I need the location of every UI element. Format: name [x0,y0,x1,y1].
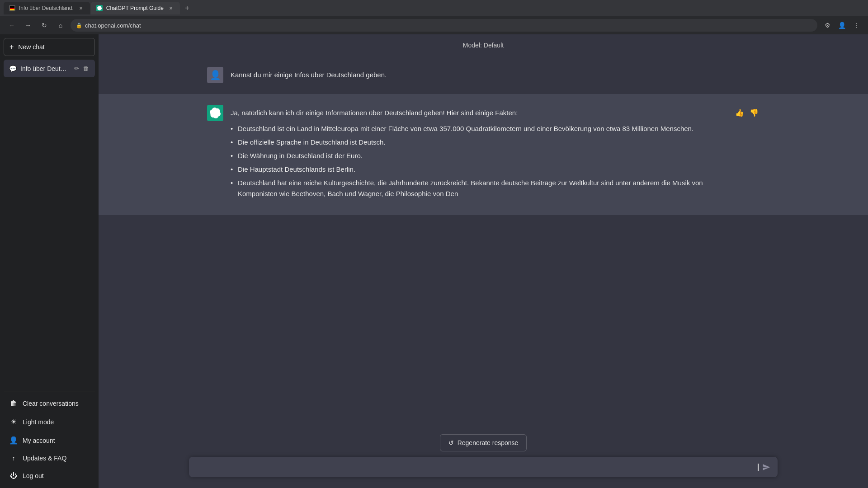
send-button[interactable] [762,463,770,471]
user-avatar: 👤 [207,67,223,83]
tab-chatgpt-guide[interactable]: ChatGPT Prompt Guide ✕ [91,2,180,14]
browser-chrome: Info über Deutschland. ✕ ChatGPT Prompt … [0,0,868,34]
reload-button[interactable]: ↻ [38,19,51,32]
tab-bar: Info über Deutschland. ✕ ChatGPT Prompt … [0,0,868,16]
main-content: Model: Default 👤 Kannst du mir einige In… [99,34,868,488]
tab1-favicon-icon [10,6,14,10]
openai-logo-icon [210,108,221,118]
thumbs-down-button[interactable]: 👎 [749,108,760,118]
address-text: chat.openai.com/chat [85,22,141,29]
sidebar-item-account[interactable]: 👤 My account [4,432,95,449]
user-message-text: Kannst du mir einige Infos über Deutschl… [231,71,387,79]
new-chat-button[interactable]: + New chat [4,38,95,56]
logout-icon: ⏻ [9,472,18,480]
user-avatar-icon: 👤 [210,70,221,80]
tab1-close-button[interactable]: ✕ [77,5,85,12]
profile-button[interactable]: 👤 [835,19,848,32]
sidebar-item-light-mode[interactable]: ☀ Light mode [4,413,95,431]
bullet-5: Deutschland hat eine reiche Kulturgeschi… [231,176,727,201]
bullet-2: Die offizielle Sprache in Deutschland is… [231,136,727,149]
svg-rect-2 [10,9,14,10]
new-tab-button[interactable]: + [181,2,193,14]
plus-icon: + [9,43,14,51]
model-bar: Model: Default [99,34,868,56]
trash-icon: 🗑 [9,399,18,408]
sidebar-item-clear[interactable]: 🗑 Clear conversations [4,395,95,412]
svg-rect-1 [10,8,14,9]
account-icon: 👤 [9,436,18,445]
my-account-label: My account [23,437,55,444]
tab2-favicon [96,5,103,11]
lock-icon: 🔒 [76,23,82,28]
user-message-content: Kannst du mir einige Infos über Deutschl… [231,67,760,80]
edit-chat-button[interactable]: ✏ [73,64,80,73]
assistant-bullet-list: Deutschland ist ein Land in Mitteleuropa… [231,122,727,201]
sidebar-item-logout[interactable]: ⏻ Log out [4,467,95,484]
regenerate-button[interactable]: ↺ Regenerate response [440,434,527,451]
forward-button[interactable]: → [22,19,34,32]
chat-item-title: Info über Deutschland. [20,65,70,72]
message-actions: 👍 👎 [734,105,760,118]
clear-conversations-label: Clear conversations [23,400,79,407]
home-button[interactable]: ⌂ [54,19,67,32]
tab2-close-button[interactable]: ✕ [167,5,175,12]
chat-item-deutschland[interactable]: 💬 Info über Deutschland. ✏ 🗑 [4,60,95,77]
regenerate-icon: ↺ [448,439,454,446]
tab1-title: Info über Deutschland. [19,5,74,11]
new-chat-label: New chat [18,43,44,51]
svg-rect-0 [10,6,14,8]
sun-icon: ☀ [9,418,18,426]
log-out-label: Log out [23,472,44,479]
input-row [189,457,778,477]
nav-bar: ← → ↻ ⌂ 🔒 chat.openai.com/chat ⚙ 👤 ⋮ [0,16,868,34]
regenerate-label: Regenerate response [458,439,519,446]
delete-chat-button[interactable]: 🗑 [82,64,90,73]
assistant-message-row: Ja, natürlich kann ich dir einige Inform… [99,94,868,215]
updates-icon: ↑ [9,455,18,462]
sidebar-item-updates[interactable]: ↑ Updates & FAQ [4,450,95,466]
thumbs-up-button[interactable]: 👍 [734,108,745,118]
chat-input[interactable] [196,462,754,472]
assistant-message-content: Ja, natürlich kann ich dir einige Inform… [231,105,727,204]
app: + New chat 💬 Info über Deutschland. ✏ 🗑 … [0,34,868,488]
chat-item-actions: ✏ 🗑 [73,64,90,73]
light-mode-label: Light mode [23,418,54,426]
assistant-avatar [207,105,223,121]
send-icon [762,463,770,471]
sidebar-spacer [4,77,95,391]
sidebar: + New chat 💬 Info über Deutschland. ✏ 🗑 … [0,34,99,488]
bullet-3: Die Währung in Deutschland ist der Euro. [231,149,727,163]
chat-icon: 💬 [9,65,17,72]
tab-info-deutschland[interactable]: Info über Deutschland. ✕ [4,2,90,14]
sidebar-bottom: 🗑 Clear conversations ☀ Light mode 👤 My … [4,391,95,484]
user-message-row: 👤 Kannst du mir einige Infos über Deutsc… [99,56,868,94]
chat-area: 👤 Kannst du mir einige Infos über Deutsc… [99,56,868,427]
tab2-title: ChatGPT Prompt Guide [106,5,164,11]
assistant-intro-text: Ja, natürlich kann ich dir einige Inform… [231,109,518,117]
address-bar[interactable]: 🔒 chat.openai.com/chat [71,19,817,32]
menu-button[interactable]: ⋮ [850,19,863,32]
nav-actions: ⚙ 👤 ⋮ [821,19,863,32]
updates-faq-label: Updates & FAQ [23,455,66,462]
model-label: Model: Default [463,42,504,49]
tab2-favicon-icon [97,6,102,10]
text-cursor [758,464,759,471]
extensions-button[interactable]: ⚙ [821,19,834,32]
bullet-1: Deutschland ist ein Land in Mitteleuropa… [231,122,727,136]
bottom-area: ↺ Regenerate response [99,427,868,488]
back-button[interactable]: ← [5,19,18,32]
bullet-4: Die Hauptstadt Deutschlands ist Berlin. [231,163,727,176]
